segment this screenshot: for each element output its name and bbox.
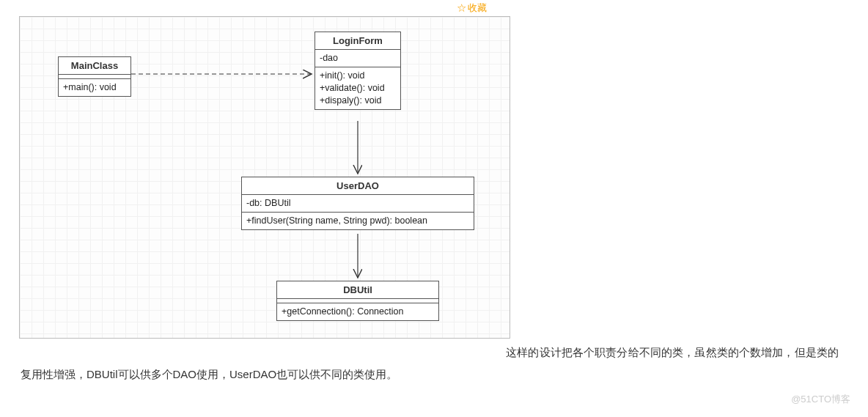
class-attrs: -db: DBUtil [242, 195, 474, 213]
class-name: MainClass [59, 57, 130, 75]
class-ops: +main(): void [59, 79, 130, 96]
class-name: LoginForm [315, 32, 400, 50]
class-attrs: -dao [315, 50, 400, 67]
op: +dispaly(): void [320, 95, 396, 107]
op: +validate(): void [320, 82, 396, 95]
watermark: @51CTO博客 [0, 388, 868, 406]
class-ops: +init(): void +validate(): void +dispaly… [315, 67, 400, 109]
op: +main(): void [63, 81, 126, 94]
op: +getConnection(): Connection [282, 306, 434, 318]
attr: -db: DBUtil [246, 197, 469, 210]
class-userdao: UserDAO -db: DBUtil +findUser(String nam… [241, 177, 474, 230]
op: +init(): void [320, 70, 396, 82]
class-name: DBUtil [277, 281, 438, 299]
op: +findUser(String name, String pwd): bool… [246, 215, 469, 227]
uml-diagram: MainClass +main(): void LoginForm -dao +… [19, 16, 510, 339]
class-loginform: LoginForm -dao +init(): void +validate()… [315, 32, 401, 110]
description-paragraph: 这样的设计把各个职责分给不同的类，虽然类的个数增加，但是类的复用性增强，DBUt… [0, 339, 868, 388]
description-text: 这样的设计把各个职责分给不同的类，虽然类的个数增加，但是类的复用性增强，DBUt… [21, 346, 839, 380]
class-dbutil: DBUtil +getConnection(): Connection [276, 281, 439, 321]
class-name: UserDAO [242, 177, 474, 195]
class-ops: +getConnection(): Connection [277, 303, 438, 320]
attr: -dao [320, 52, 396, 64]
favorite-button[interactable]: 收藏 [468, 2, 487, 13]
star-icon: ☆ [457, 1, 466, 15]
class-mainclass: MainClass +main(): void [58, 56, 131, 97]
class-ops: +findUser(String name, String pwd): bool… [242, 213, 474, 229]
